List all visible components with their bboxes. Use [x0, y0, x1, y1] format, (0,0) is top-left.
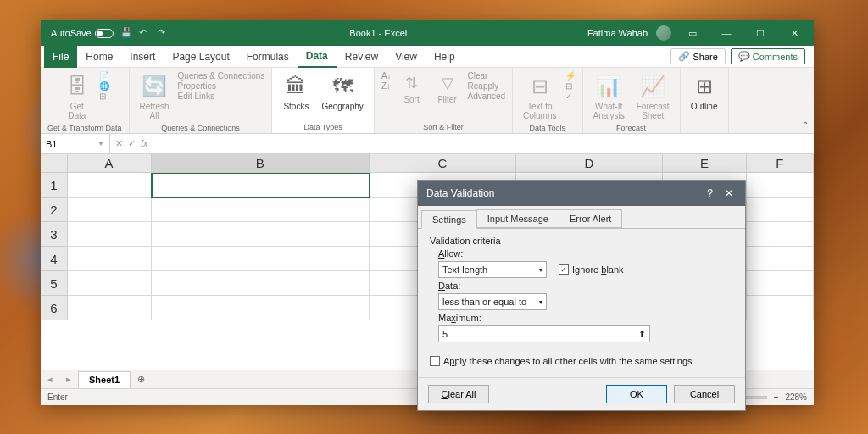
cell[interactable] [747, 222, 814, 247]
minimize-icon[interactable]: — [714, 20, 739, 46]
share-button[interactable]: 🔗 Share [670, 48, 725, 64]
allow-select[interactable]: Text length▾ [438, 261, 547, 278]
comments-button[interactable]: 💬 Comments [731, 48, 805, 64]
sort-za-icon[interactable]: Z↓ [381, 81, 392, 91]
cell[interactable] [747, 198, 814, 222]
cell[interactable] [68, 247, 152, 271]
advanced-button[interactable]: Advanced [468, 92, 505, 101]
forecast-sheet-button[interactable]: 📈Forecast Sheet [633, 71, 673, 122]
fx-icon[interactable]: fx [141, 138, 148, 149]
row-header[interactable]: 6 [41, 296, 68, 320]
cell[interactable] [747, 173, 814, 198]
cell[interactable] [68, 173, 152, 198]
cell[interactable] [152, 198, 370, 222]
remove-dup-icon[interactable]: ⊟ [565, 81, 576, 91]
queries-connections-button[interactable]: Queries & Connections [178, 71, 265, 81]
dialog-close-icon[interactable]: ✕ [721, 187, 737, 199]
tab-page-layout[interactable]: Page Layout [164, 46, 237, 68]
row-header[interactable]: 4 [41, 247, 68, 271]
cell[interactable] [152, 173, 370, 198]
cell[interactable] [68, 198, 152, 222]
select-all-corner[interactable] [41, 154, 68, 173]
name-box[interactable]: B1▼ [41, 134, 110, 153]
cell[interactable] [68, 222, 152, 247]
cancel-formula-icon[interactable]: ✕ [115, 138, 123, 149]
tab-help[interactable]: Help [426, 46, 464, 68]
dialog-tab-input-message[interactable]: Input Message [476, 209, 559, 228]
get-data-button[interactable]: 🗄Get Data [60, 71, 94, 122]
cell[interactable] [152, 271, 370, 296]
avatar[interactable] [656, 25, 671, 41]
tab-review[interactable]: Review [337, 46, 387, 68]
tab-home[interactable]: Home [77, 46, 121, 68]
outline-button[interactable]: ⊞Outline [687, 71, 721, 113]
column-header[interactable]: D [516, 154, 663, 173]
close-icon[interactable]: ✕ [782, 20, 807, 46]
ribbon-display-icon[interactable]: ▭ [680, 20, 705, 46]
from-web-icon[interactable]: 🌐 [99, 81, 109, 91]
clear-button[interactable]: Clear [468, 71, 505, 81]
column-header[interactable]: F [747, 154, 814, 173]
row-header[interactable]: 1 [41, 173, 68, 198]
autosave-toggle[interactable]: AutoSave [51, 28, 114, 38]
sheet-tab[interactable]: Sheet1 [78, 371, 131, 388]
column-header[interactable]: A [68, 154, 152, 173]
enter-formula-icon[interactable]: ✓ [128, 138, 136, 149]
tab-insert[interactable]: Insert [121, 46, 164, 68]
edit-links-button[interactable]: Edit Links [178, 92, 265, 101]
maximize-icon[interactable]: ☐ [748, 20, 773, 46]
dialog-tab-settings[interactable]: Settings [421, 210, 477, 229]
cell[interactable] [68, 296, 152, 320]
ignore-blank-checkbox[interactable]: ✓Ignore blank [559, 264, 624, 275]
cell[interactable] [152, 222, 370, 247]
properties-button[interactable]: Properties [178, 81, 265, 91]
cell[interactable] [747, 296, 814, 320]
cancel-button[interactable]: Cancel [674, 385, 735, 403]
undo-icon[interactable]: ↶ [139, 27, 151, 39]
refresh-all-button[interactable]: 🔄Refresh All [136, 71, 173, 122]
tab-data[interactable]: Data [298, 46, 337, 68]
tab-formulas[interactable]: Formulas [238, 46, 298, 68]
row-header[interactable]: 3 [41, 222, 68, 247]
data-validation-icon[interactable]: ✓ [565, 92, 576, 101]
save-icon[interactable]: 💾 [120, 27, 132, 39]
from-table-icon[interactable]: ⊞ [99, 92, 109, 101]
clear-all-button[interactable]: Clear All [428, 385, 489, 403]
sort-az-icon[interactable]: A↓ [381, 71, 392, 81]
column-header[interactable]: E [663, 154, 747, 173]
sheet-nav-next-icon[interactable]: ▸ [59, 374, 78, 385]
cell[interactable] [68, 271, 152, 296]
filter-button[interactable]: ▽Filter [432, 71, 463, 106]
what-if-button[interactable]: 📊What-If Analysis [590, 71, 628, 122]
sheet-nav-prev-icon[interactable]: ◂ [41, 374, 59, 385]
column-header[interactable]: B [152, 154, 370, 173]
cell[interactable] [747, 247, 814, 271]
dialog-help-icon[interactable]: ? [707, 187, 713, 199]
stocks-button[interactable]: 🏛Stocks [279, 71, 313, 113]
cell[interactable] [152, 296, 370, 320]
geography-button[interactable]: 🗺Geography [318, 71, 366, 113]
row-header[interactable]: 2 [41, 198, 68, 222]
apply-all-checkbox[interactable]: Apply these changes to all other cells w… [430, 356, 693, 366]
dialog-tab-error-alert[interactable]: Error Alert [559, 209, 623, 228]
formula-input[interactable] [153, 134, 814, 153]
redo-icon[interactable]: ↷ [158, 27, 170, 39]
ok-button[interactable]: OK [606, 385, 667, 403]
tab-view[interactable]: View [387, 46, 426, 68]
reapply-button[interactable]: Reapply [468, 81, 505, 91]
zoom-level[interactable]: 228% [785, 392, 807, 402]
cell[interactable] [152, 247, 370, 271]
flash-fill-icon[interactable]: ⚡ [565, 71, 576, 81]
maximum-input[interactable]: 5⬆ [438, 326, 650, 342]
dialog-titlebar[interactable]: Data Validation ?✕ [418, 181, 745, 206]
sort-button[interactable]: ⇅Sort [397, 71, 427, 106]
collapse-ribbon-icon[interactable]: ⌃ [802, 120, 809, 130]
add-sheet-icon[interactable]: ⊕ [131, 374, 152, 385]
zoom-in-icon[interactable]: + [774, 392, 779, 402]
user-name[interactable]: Fatima Wahab [587, 28, 648, 38]
cell[interactable] [747, 271, 814, 296]
row-header[interactable]: 5 [41, 271, 68, 296]
range-picker-icon[interactable]: ⬆ [638, 329, 646, 340]
tab-file[interactable]: File [44, 46, 77, 68]
column-header[interactable]: C [370, 154, 516, 173]
